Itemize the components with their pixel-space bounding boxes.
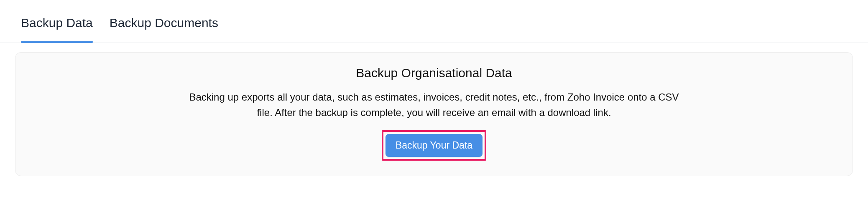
tab-label: Backup Data bbox=[21, 16, 93, 30]
card-title: Backup Organisational Data bbox=[32, 66, 836, 80]
backup-card: Backup Organisational Data Backing up ex… bbox=[15, 52, 853, 176]
card-description: Backing up exports all your data, such a… bbox=[183, 89, 685, 120]
tab-backup-documents[interactable]: Backup Documents bbox=[110, 0, 218, 43]
highlight-box: Backup Your Data bbox=[382, 130, 486, 161]
tab-label: Backup Documents bbox=[110, 16, 218, 30]
tab-backup-data[interactable]: Backup Data bbox=[21, 0, 93, 43]
backup-your-data-button[interactable]: Backup Your Data bbox=[385, 134, 483, 157]
tabs-bar: Backup Data Backup Documents bbox=[0, 0, 868, 43]
